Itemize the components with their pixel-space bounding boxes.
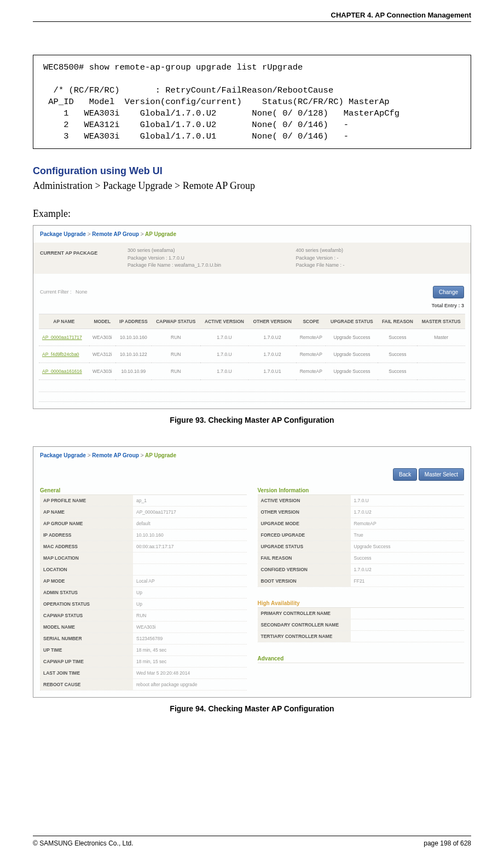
kv-row: UP TIME18 min, 45 sec	[40, 645, 247, 656]
kv-value	[351, 608, 465, 619]
kv-value: Up	[133, 599, 247, 609]
table-row: AP_0000aa161616WEA303i10.10.10.99RUN1.7.…	[39, 363, 465, 379]
breadcrumb-item[interactable]: Remote AP Group	[92, 452, 139, 458]
ap-name-link[interactable]: AP_f4d9fb24cba0	[39, 346, 89, 363]
cell-capwap: RUN	[152, 363, 200, 379]
kv-value: 18 min, 15 sec	[133, 656, 247, 667]
kv-key: LAST JOIN TIME	[40, 668, 133, 678]
kv-row: OTHER VERSION1.7.0.U2	[258, 507, 465, 518]
cell-scope: RemoteAP	[296, 363, 326, 379]
kv-key: OPERATION STATUS	[40, 599, 133, 609]
kv-row: AP GROUP NAMEdefault	[40, 518, 247, 530]
kv-value: True	[351, 530, 465, 540]
figure-caption: Figure 93. Checking Master AP Configurat…	[33, 416, 471, 424]
cell-scope: RemoteAP	[296, 329, 326, 346]
column-header: CAPWAP STATUS	[152, 314, 200, 329]
kv-value: Success	[351, 553, 465, 563]
kv-key: UP TIME	[40, 645, 133, 655]
kv-value: RUN	[133, 610, 247, 621]
column-header: IP ADDRESS	[115, 314, 152, 329]
page-number: page 198 of 628	[424, 839, 471, 847]
kv-key: MODEL NAME	[40, 622, 133, 632]
kv-row: MAP LOCATION	[40, 553, 247, 564]
column-header: MASTER STATUS	[417, 314, 465, 329]
kv-value: S123456789	[133, 633, 247, 644]
advanced-section-title: Advanced	[258, 652, 465, 663]
cell-other: 1.7.0.U2	[248, 329, 296, 346]
version-column: Version Information ACTIVE VERSION1.7.0.…	[258, 484, 465, 691]
cell-model: WEA312i	[89, 346, 115, 363]
master-select-button[interactable]: Master Select	[419, 468, 464, 481]
kv-value	[351, 619, 465, 630]
kv-key: AP NAME	[40, 507, 133, 517]
kv-key: CAPWAP STATUS	[40, 610, 133, 621]
back-button[interactable]: Back	[393, 468, 417, 481]
kv-value	[133, 553, 247, 563]
kv-row: SERIAL NUMBERS123456789	[40, 633, 247, 645]
kv-value: Upgrade Success	[351, 541, 465, 552]
kv-row: MAC ADDRESS00:00:aa:17:17:17	[40, 541, 247, 553]
table-row: AP_0000aa171717WEA303i10.10.10.160RUN1.7…	[39, 329, 465, 346]
kv-key: FORCED UPGRADE	[258, 530, 351, 540]
breadcrumb: Package Upgrade > Remote AP Group > AP U…	[33, 447, 471, 464]
breadcrumb-current: AP Upgrade	[145, 452, 176, 458]
general-section-title: General	[40, 484, 247, 495]
series-400-info: 400 series (weafamb) Package Version : -…	[296, 247, 465, 269]
cell-master-status: Master	[417, 329, 465, 346]
kv-value: FF21	[351, 576, 465, 586]
cell-ip: 10.10.10.122	[115, 346, 152, 363]
ap-name-link[interactable]: AP_0000aa161616	[39, 363, 89, 379]
kv-row: AP NAMEAP_0000aa171717	[40, 507, 247, 518]
example-label: Example:	[33, 208, 471, 220]
kv-key: CAPWAP UP TIME	[40, 656, 133, 667]
change-button[interactable]: Change	[433, 286, 464, 298]
kv-value: Local AP	[133, 576, 247, 586]
ap-table: AP NAMEMODELIP ADDRESSCAPWAP STATUSACTIV…	[39, 314, 465, 380]
cell-upgrade-status: Upgrade Success	[326, 329, 378, 346]
kv-row: ADMIN STATUSUp	[40, 587, 247, 599]
kv-row: IP ADDRESS10.10.10.160	[40, 530, 247, 541]
series-version: Package Version : -	[296, 255, 465, 262]
kv-value: Wed Mar 5 20:20:48 2014	[133, 668, 247, 678]
breadcrumb-item[interactable]: Package Upgrade	[40, 231, 86, 237]
kv-row: AP PROFILE NAMEap_1	[40, 495, 247, 507]
column-header: SCOPE	[296, 314, 326, 329]
kv-row: PRIMARY CONTROLLER NAME	[258, 608, 465, 619]
ap-name-link[interactable]: AP_0000aa171717	[39, 329, 89, 346]
kv-row: REBOOT CAUSEreboot after package upgrade	[40, 679, 247, 691]
screenshot-ap-detail: Package Upgrade > Remote AP Group > AP U…	[33, 446, 471, 698]
empty-row	[39, 382, 465, 392]
kv-value: 1.7.0.U2	[351, 507, 465, 517]
table-row: AP_f4d9fb24cba0WEA312i10.10.10.122RUN1.7…	[39, 346, 465, 363]
copyright-text: © SAMSUNG Electronics Co., Ltd.	[33, 839, 134, 847]
breadcrumb-item[interactable]: Remote AP Group	[92, 231, 139, 237]
kv-key: REBOOT CAUSE	[40, 679, 133, 690]
kv-key: ADMIN STATUS	[40, 587, 133, 598]
kv-key: UPGRADE MODE	[258, 518, 351, 529]
current-package-label: CURRENT AP PACKAGE	[40, 247, 128, 269]
kv-key: CONFIGED VERSION	[258, 564, 351, 575]
figure-caption: Figure 94. Checking Master AP Configurat…	[33, 704, 471, 713]
cell-capwap: RUN	[152, 329, 200, 346]
kv-key: SERIAL NUMBER	[40, 633, 133, 644]
breadcrumb-item[interactable]: Package Upgrade	[40, 452, 86, 458]
empty-row	[39, 392, 465, 402]
kv-row: ACTIVE VERSION1.7.0.U	[258, 495, 465, 507]
kv-key: UPGRADE STATUS	[258, 541, 351, 552]
kv-key: BOOT VERSION	[258, 576, 351, 586]
cell-fail-reason: Success	[378, 346, 417, 363]
kv-value: Up	[133, 587, 247, 598]
kv-value: default	[133, 518, 247, 529]
kv-value: WEA303i	[133, 622, 247, 632]
cli-output-block: WEC8500# show remote-ap-group upgrade li…	[33, 55, 471, 149]
column-header: AP NAME	[39, 314, 89, 329]
kv-value: 00:00:aa:17:17:17	[133, 541, 247, 552]
cell-active: 1.7.0.U	[200, 329, 248, 346]
cell-model: WEA303i	[89, 363, 115, 379]
ha-section-title: High Availability	[258, 597, 465, 608]
kv-value: AP_0000aa171717	[133, 507, 247, 517]
kv-row: AP MODELocal AP	[40, 576, 247, 587]
kv-key: FAIL REASON	[258, 553, 351, 563]
series-version: Package Version : 1.7.0.U	[128, 255, 296, 262]
cell-fail-reason: Success	[378, 363, 417, 379]
